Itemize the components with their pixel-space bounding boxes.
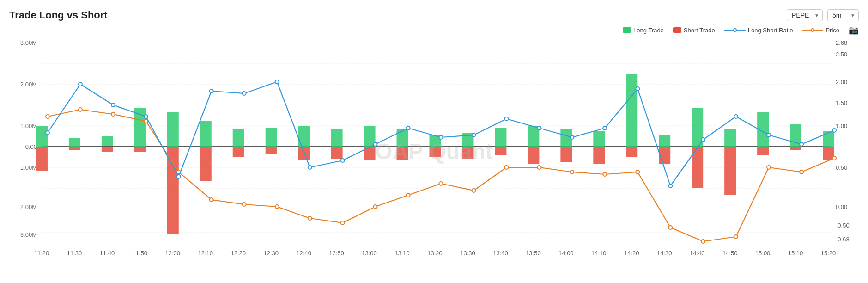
svg-rect-92 — [724, 129, 736, 147]
legend-short-trade: Short Trade — [673, 27, 715, 34]
svg-rect-87 — [626, 147, 637, 157]
svg-point-109 — [341, 221, 345, 225]
svg-point-100 — [46, 115, 49, 118]
long-short-ratio-label: Long Short Ratio — [748, 27, 793, 34]
svg-text:0.00: 0.00 — [836, 203, 847, 210]
svg-rect-95 — [757, 147, 769, 155]
svg-text:13:20: 13:20 — [427, 250, 442, 257]
main-chart-svg: .grid-line { stroke: #e8e8e8; stroke-wid… — [9, 38, 859, 265]
svg-text:13:30: 13:30 — [460, 250, 475, 257]
svg-text:15:20: 15:20 — [821, 250, 836, 257]
svg-point-142 — [603, 126, 607, 130]
svg-point-132 — [275, 80, 279, 84]
chart-header: Trade Long vs Short PEPE BTC ETH ▼ 1m 3m… — [9, 9, 859, 21]
svg-point-149 — [832, 129, 836, 132]
svg-rect-75 — [430, 147, 441, 157]
svg-point-140 — [537, 126, 541, 130]
svg-point-121 — [734, 235, 738, 239]
svg-text:1.00M: 1.00M — [20, 123, 37, 129]
svg-point-129 — [177, 175, 181, 178]
svg-point-128 — [144, 115, 148, 118]
svg-point-124 — [832, 156, 836, 160]
chart-container: Trade Long vs Short PEPE BTC ETH ▼ 1m 3m… — [0, 0, 868, 283]
svg-rect-69 — [331, 147, 343, 159]
svg-rect-62 — [233, 129, 244, 147]
svg-rect-54 — [102, 136, 113, 146]
svg-text:1.00: 1.00 — [836, 123, 847, 129]
interval-dropdown[interactable]: 1m 3m 5m 15m — [827, 9, 859, 21]
interval-dropdown-wrapper[interactable]: 1m 3m 5m 15m ▼ — [827, 9, 859, 21]
svg-point-139 — [504, 117, 508, 121]
svg-text:12:40: 12:40 — [296, 250, 311, 257]
svg-point-112 — [439, 182, 443, 185]
svg-point-147 — [767, 133, 771, 137]
header-controls: PEPE BTC ETH ▼ 1m 3m 5m 15m ▼ — [787, 9, 859, 21]
svg-point-106 — [243, 203, 246, 206]
svg-rect-65 — [266, 147, 277, 154]
svg-rect-57 — [134, 147, 146, 152]
svg-rect-81 — [528, 147, 539, 164]
svg-text:2.00: 2.00 — [836, 79, 847, 86]
camera-icon[interactable]: 📷 — [849, 25, 859, 35]
svg-rect-86 — [626, 74, 637, 147]
svg-rect-64 — [266, 128, 277, 147]
legend-long-trade: Long Trade — [623, 27, 664, 34]
svg-point-131 — [243, 92, 246, 95]
svg-point-102 — [111, 112, 115, 116]
svg-point-138 — [472, 133, 475, 137]
svg-point-105 — [210, 198, 213, 202]
svg-point-136 — [407, 126, 410, 130]
symbol-dropdown-wrapper[interactable]: PEPE BTC ETH ▼ — [787, 9, 823, 21]
svg-text:-0.50: -0.50 — [836, 222, 850, 229]
svg-rect-52 — [69, 138, 80, 147]
svg-point-120 — [701, 240, 705, 243]
svg-text:13:40: 13:40 — [493, 250, 508, 257]
svg-text:14:30: 14:30 — [657, 250, 672, 257]
svg-rect-88 — [659, 135, 670, 147]
svg-text:14:40: 14:40 — [690, 250, 704, 257]
svg-rect-53 — [69, 147, 80, 150]
long-trade-icon — [623, 27, 631, 33]
svg-point-143 — [636, 87, 639, 91]
svg-text:14:00: 14:00 — [558, 250, 573, 257]
svg-rect-60 — [200, 121, 212, 147]
svg-point-113 — [472, 189, 475, 192]
svg-point-108 — [308, 216, 312, 220]
svg-point-144 — [668, 184, 672, 188]
svg-point-107 — [275, 205, 279, 209]
legend: Long Trade Short Trade Long Short Ratio … — [9, 25, 859, 35]
svg-rect-73 — [397, 147, 408, 160]
svg-point-148 — [800, 142, 803, 146]
svg-point-122 — [767, 166, 771, 169]
svg-rect-61 — [200, 147, 212, 181]
svg-point-110 — [374, 205, 377, 209]
svg-rect-93 — [724, 147, 736, 195]
svg-text:1.00M: 1.00M — [20, 164, 37, 171]
svg-text:0.50: 0.50 — [836, 164, 847, 171]
price-label: Price — [826, 27, 839, 34]
svg-point-145 — [701, 138, 705, 142]
svg-point-141 — [570, 135, 574, 139]
svg-rect-63 — [233, 147, 244, 157]
legend-price: Price — [802, 27, 839, 34]
svg-point-130 — [210, 89, 213, 93]
svg-text:14:50: 14:50 — [722, 250, 737, 257]
svg-text:1.50: 1.50 — [836, 99, 847, 106]
svg-point-137 — [439, 135, 443, 139]
svg-rect-51 — [36, 147, 48, 171]
svg-text:14:20: 14:20 — [624, 250, 639, 257]
svg-point-118 — [636, 170, 639, 174]
svg-text:-0.68: -0.68 — [836, 236, 850, 243]
svg-text:3.00M: 3.00M — [20, 39, 37, 46]
svg-rect-58 — [167, 112, 179, 147]
svg-rect-68 — [331, 129, 343, 147]
svg-point-111 — [407, 193, 410, 197]
svg-text:11:50: 11:50 — [133, 250, 147, 257]
svg-text:3.00M: 3.00M — [20, 231, 37, 238]
svg-point-133 — [308, 166, 312, 169]
svg-text:2.68: 2.68 — [836, 39, 847, 46]
svg-text:12:50: 12:50 — [329, 250, 344, 257]
svg-text:13:00: 13:00 — [362, 250, 376, 257]
price-line-icon — [802, 28, 823, 32]
symbol-dropdown[interactable]: PEPE BTC ETH — [787, 9, 823, 21]
